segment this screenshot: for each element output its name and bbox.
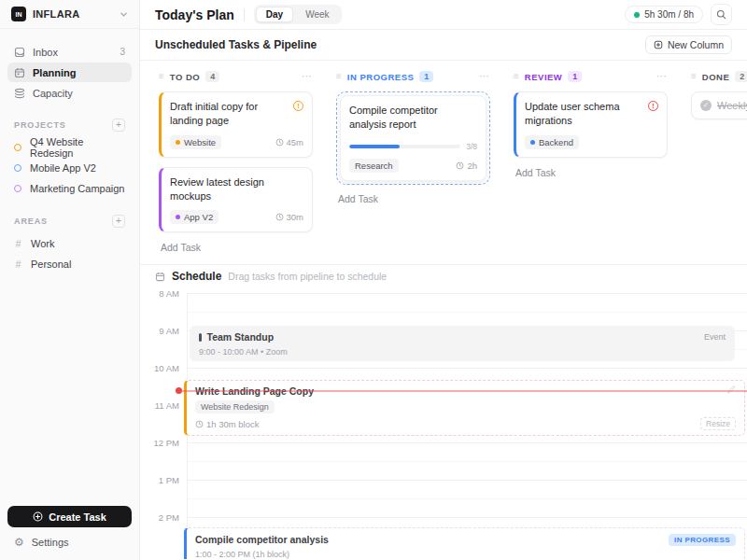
hour-label: 2 PM	[140, 512, 179, 523]
event-accent-bar	[199, 333, 202, 342]
task-title: Compile competitor analysis report	[349, 104, 477, 132]
clock-icon	[456, 161, 464, 170]
sidebar-area-work[interactable]: # Work	[7, 233, 132, 254]
plus-circle-icon	[33, 511, 43, 522]
project-label: Marketing Campaign	[30, 183, 125, 194]
block-compile-competitor-analysis[interactable]: Compile competitor analysis IN PROGRESS …	[184, 527, 745, 559]
tag-dot-icon	[530, 140, 535, 145]
sidebar-item-planning[interactable]: Planning	[7, 63, 132, 82]
add-area-button[interactable]: +	[112, 215, 125, 228]
column-title: IN PROGRESS	[347, 72, 415, 82]
add-project-button[interactable]: +	[112, 119, 125, 132]
drag-handle-icon[interactable]: ≡	[336, 72, 342, 81]
task-duration: 2h	[456, 161, 477, 171]
inbox-count-badge: 3	[120, 47, 125, 57]
pipeline-header: Unscheduled Tasks & Pipeline New Column	[140, 30, 747, 61]
calendar-icon	[155, 272, 165, 282]
event-team-standup[interactable]: Team Standup Event 9:00 - 10:00 AM • Zoo…	[190, 326, 735, 361]
check-circle-icon: ✓	[700, 100, 712, 111]
add-task-button[interactable]: Add Task	[159, 242, 313, 253]
task-card-review-mockups[interactable]: Review latest design mockups App V2 30m	[159, 167, 313, 233]
hour-label: 10 AM	[140, 363, 179, 373]
hour-label: 1 PM	[140, 475, 179, 485]
drag-handle-icon[interactable]: ≡	[159, 72, 164, 81]
view-toggle: Day Week	[254, 5, 342, 24]
hour-label: 9 AM	[140, 326, 179, 336]
search-button[interactable]	[711, 4, 732, 25]
square-plus-icon	[654, 40, 663, 49]
status-badge: IN PROGRESS	[669, 534, 736, 546]
column-menu-icon[interactable]: ⋯	[302, 74, 313, 79]
schedule-grid[interactable]: 8 AM 9 AM 10 AM 11 AM 12 PM 1 PM 2 PM Te…	[140, 287, 747, 559]
add-task-button[interactable]: Add Task	[514, 167, 668, 178]
project-color-ring	[14, 185, 21, 192]
task-card-draft-copy[interactable]: Draft initial copy for landing page ! We…	[159, 91, 313, 158]
workspace-switcher[interactable]: IN INFLARA	[0, 0, 139, 29]
sidebar-area-personal[interactable]: # Personal	[7, 254, 132, 274]
projects-section: PROJECTS + Q4 Website Redesign Mobile Ap…	[0, 118, 139, 199]
task-card-compile-report[interactable]: Compile competitor analysis report 3/8 R…	[340, 95, 486, 181]
sidebar-item-settings[interactable]: ⚙ Settings	[7, 532, 76, 552]
projects-heading: PROJECTS	[14, 120, 66, 130]
create-task-button[interactable]: Create Task	[7, 506, 132, 527]
sidebar-project-marketing-campaign[interactable]: Marketing Campaign	[7, 178, 132, 199]
sidebar-project-q4-website-redesign[interactable]: Q4 Website Redesign	[7, 137, 132, 158]
column-count-badge: 4	[205, 71, 219, 82]
tag-dot-icon	[176, 140, 180, 145]
search-icon	[716, 9, 726, 20]
block-time: 1:00 - 2:00 PM (1h block)	[195, 550, 736, 559]
settings-label: Settings	[32, 537, 69, 548]
time-budget-badge: 5h 30m / 8h	[625, 6, 703, 23]
column-todo: ≡ TO DO 4 ⋯ Draft initial copy for landi…	[159, 70, 313, 264]
column-menu-icon[interactable]: ⋯	[479, 74, 490, 79]
task-title: Review latest design mockups	[170, 175, 303, 203]
hash-icon: #	[14, 238, 22, 249]
sidebar: IN INFLARA Inbox 3 Planning Capacity	[0, 0, 140, 560]
task-card-schema-migrations[interactable]: Update user schema migrations ! Backend	[514, 91, 668, 158]
task-tag: App V2	[170, 210, 218, 224]
project-color-ring	[14, 144, 21, 151]
sidebar-nav: Inbox 3 Planning Capacity	[0, 29, 139, 103]
page-title: Today's Plan	[155, 7, 234, 22]
hour-label: 12 PM	[140, 438, 179, 448]
kanban-board: ≡ TO DO 4 ⋯ Draft initial copy for landi…	[140, 61, 747, 265]
resize-handle[interactable]: Resize	[700, 417, 736, 430]
header-divider	[244, 8, 245, 21]
task-title: Weekly sync	[717, 100, 747, 111]
hash-icon: #	[14, 259, 22, 270]
task-title: Update user schema migrations	[525, 100, 642, 128]
main-header: Today's Plan Day Week 5h 30m / 8h	[140, 0, 747, 30]
sidebar-item-capacity[interactable]: Capacity	[7, 83, 132, 103]
task-card-weekly-sync[interactable]: ✓ Weekly sync	[691, 91, 747, 119]
add-task-button[interactable]: Add Task	[336, 193, 490, 204]
drag-handle-icon[interactable]: ≡	[691, 72, 697, 81]
schedule-hint: Drag tasks from pipeline to schedule	[228, 271, 387, 282]
sidebar-project-mobile-app-v2[interactable]: Mobile App V2	[7, 158, 132, 178]
subtask-progress: 3/8	[349, 142, 477, 151]
new-column-button[interactable]: New Column	[645, 35, 732, 54]
main-content: Today's Plan Day Week 5h 30m / 8h Unsche…	[140, 0, 747, 560]
current-time-line	[182, 390, 747, 392]
drag-handle-icon[interactable]: ≡	[514, 72, 519, 81]
current-time-dot	[176, 387, 182, 394]
column-review: ≡ REVIEW 1 ⋯ Update user schema migratio…	[514, 70, 668, 264]
clock-icon	[275, 138, 284, 147]
tag-dot-icon	[176, 215, 180, 219]
areas-heading: AREAS	[14, 217, 48, 226]
selected-card-outline: Compile competitor analysis report 3/8 R…	[336, 91, 490, 185]
priority-icon: !	[648, 101, 658, 111]
status-dot-icon	[634, 12, 640, 18]
column-title: TO DO	[170, 72, 200, 82]
tab-week[interactable]: Week	[295, 7, 339, 22]
area-label: Work	[31, 238, 54, 249]
task-title: Draft initial copy for landing page	[170, 100, 288, 128]
column-menu-icon[interactable]: ⋯	[656, 74, 668, 79]
column-in-progress: ≡ IN PROGRESS 1 ⋯ Compile competitor ana…	[336, 70, 490, 264]
tab-day[interactable]: Day	[256, 7, 293, 22]
schedule-header: Schedule Drag tasks from pipeline to sch…	[140, 265, 747, 287]
progress-bar	[349, 145, 400, 148]
block-write-landing-page-copy[interactable]: Write Landing Page Copy Website Redesign…	[184, 380, 745, 436]
block-duration: 1h 30m block	[195, 419, 260, 429]
workspace-logo: IN	[11, 7, 26, 21]
sidebar-item-inbox[interactable]: Inbox 3	[7, 42, 132, 62]
